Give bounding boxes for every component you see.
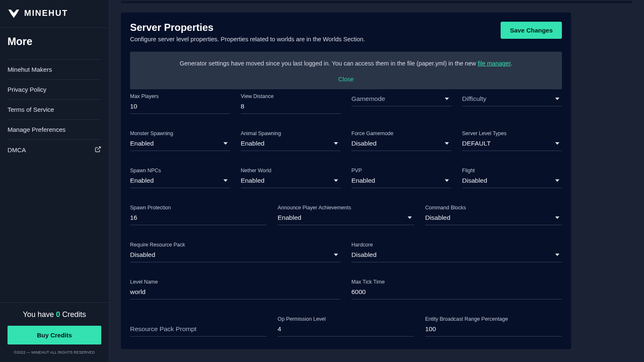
copyright: ©2022 — MINEHUT ALL RIGHTS RESERVED	[8, 350, 101, 354]
nav-label: Terms of Service	[8, 106, 54, 113]
level-name-input[interactable]	[130, 287, 341, 299]
max-players-input[interactable]	[130, 101, 230, 114]
buy-credits-button[interactable]: Buy Credits	[8, 326, 101, 344]
flight-select[interactable]	[462, 175, 562, 188]
max-players-label: Max Players	[130, 93, 230, 99]
max-tick-time-field: Max Tick Time	[351, 279, 562, 299]
main-content: Server Properties Configure server level…	[109, 0, 644, 362]
spawn-protection-input[interactable]	[130, 212, 267, 225]
page-title: Server Properties	[130, 22, 365, 33]
sidebar-item-privacy-policy[interactable]: Privacy Policy	[8, 79, 101, 99]
resource-pack-prompt-field	[130, 324, 267, 337]
force-gamemode-select[interactable]	[351, 138, 451, 151]
flight-field: Flight	[462, 168, 562, 188]
level-name-field: Level Name	[130, 279, 341, 299]
nav-label: Minehut Makers	[8, 66, 52, 73]
monster-spawning-field: Monster Spawning	[130, 131, 230, 151]
top-strip	[121, 1, 632, 3]
file-manager-link[interactable]: file manager	[478, 60, 511, 67]
spawn-npcs-field: Spawn NPCs	[130, 168, 230, 188]
hardcore-field: Hardcore	[351, 242, 562, 262]
brand-logo[interactable]: MINEHUT	[0, 0, 109, 28]
max-tick-time-input[interactable]	[351, 287, 562, 299]
require-resource-pack-field: Require Resource Pack	[130, 242, 341, 262]
page-subtitle: Configure server level properties. Prope…	[130, 36, 365, 43]
sidebar-nav: Minehut Makers Privacy Policy Terms of S…	[0, 51, 109, 160]
credits-line: You have 0 Credits	[8, 310, 101, 319]
require-resource-pack-select[interactable]	[130, 249, 341, 262]
force-gamemode-field: Force Gamemode	[351, 131, 451, 151]
brand-icon	[8, 9, 20, 18]
credits-count: 0	[56, 310, 60, 319]
spawn-npcs-select[interactable]	[130, 175, 230, 188]
nav-label: DMCA	[8, 146, 26, 153]
announce-achievements-select[interactable]	[278, 212, 414, 225]
difficulty-field	[462, 93, 562, 114]
server-level-types-select[interactable]	[462, 138, 562, 151]
resource-pack-prompt-input[interactable]	[130, 324, 267, 337]
animal-spawning-field: Animal Spawning	[241, 131, 341, 151]
nav-label: Privacy Policy	[8, 86, 46, 93]
nether-world-select[interactable]	[241, 175, 341, 188]
sidebar-item-dmca[interactable]: DMCA	[8, 139, 101, 160]
external-link-icon	[95, 146, 101, 154]
difficulty-select[interactable]	[462, 93, 562, 106]
command-blocks-select[interactable]	[425, 212, 562, 225]
entity-broadcast-range-field: Entity Broadcast Range Percentage	[425, 316, 562, 337]
op-permission-level-input[interactable]	[278, 324, 414, 337]
svg-line-0	[98, 147, 100, 150]
server-level-types-field: Server Level Types	[462, 131, 562, 151]
view-distance-field: View Distance	[241, 93, 341, 114]
gamemode-select[interactable]	[351, 93, 451, 106]
monster-spawning-select[interactable]	[130, 138, 230, 151]
command-blocks-field: Command Blocks	[425, 205, 562, 225]
brand-text: MINEHUT	[24, 8, 68, 18]
nether-world-field: Nether World	[241, 168, 341, 188]
sidebar-footer: You have 0 Credits Buy Credits ©2022 — M…	[0, 302, 109, 362]
pvp-field: PVP	[351, 168, 451, 188]
max-players-field: Max Players	[130, 93, 230, 114]
nav-label: Manage Preferences	[8, 126, 65, 133]
view-distance-label: View Distance	[241, 93, 341, 99]
announce-achievements-field: Announce Player Achievements	[278, 205, 414, 225]
server-properties-card: Server Properties Configure server level…	[121, 13, 571, 349]
pvp-select[interactable]	[351, 175, 451, 188]
notice-close-button[interactable]: Close	[137, 76, 555, 83]
view-distance-input[interactable]	[241, 101, 341, 114]
save-changes-button[interactable]: Save Changes	[501, 22, 562, 39]
gamemode-field	[351, 93, 451, 114]
notice-banner: Generator settings have moved since you …	[130, 52, 562, 89]
spawn-protection-field: Spawn Protection	[130, 205, 267, 225]
sidebar-item-minehut-makers[interactable]: Minehut Makers	[8, 59, 101, 79]
sidebar: MINEHUT More Minehut Makers Privacy Poli…	[0, 0, 109, 362]
animal-spawning-select[interactable]	[241, 138, 341, 151]
hardcore-select[interactable]	[351, 249, 562, 262]
entity-broadcast-range-input[interactable]	[425, 324, 562, 337]
sidebar-item-terms-of-service[interactable]: Terms of Service	[8, 99, 101, 119]
sidebar-item-manage-preferences[interactable]: Manage Preferences	[8, 119, 101, 139]
notice-text: Generator settings have moved since you …	[137, 60, 555, 67]
sidebar-section-title: More	[0, 28, 109, 51]
op-permission-level-field: Op Permission Level	[278, 316, 414, 337]
